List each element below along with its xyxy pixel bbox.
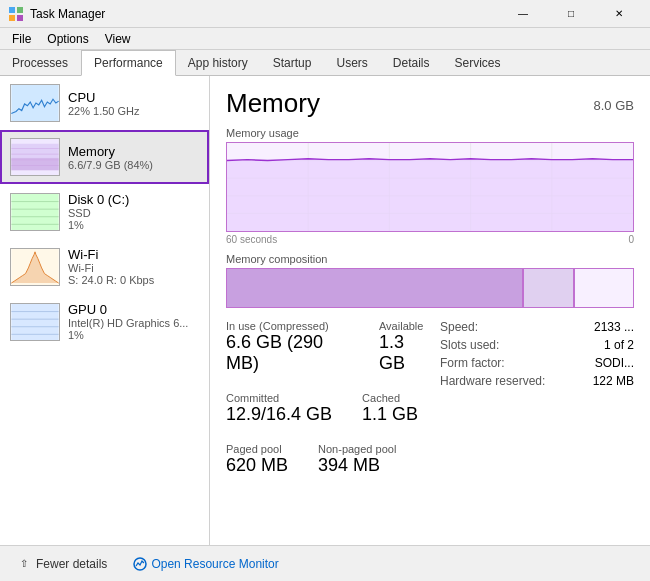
wifi-detail2: S: 24.0 R: 0 Kbps	[68, 274, 199, 286]
resource-monitor-link[interactable]: Open Resource Monitor	[133, 557, 278, 571]
cpu-name: CPU	[68, 90, 199, 105]
gpu-info: GPU 0 Intel(R) HD Graphics 6... 1%	[68, 302, 199, 341]
reserved-value: 122 MB	[593, 374, 634, 388]
stats-right: Speed: 2133 ... Slots used: 1 of 2 Form …	[430, 320, 634, 486]
gpu-name: GPU 0	[68, 302, 199, 317]
svg-rect-12	[11, 194, 58, 230]
detail-total: 8.0 GB	[594, 88, 634, 113]
tab-services[interactable]: Services	[443, 50, 514, 75]
chart-time-labels: 60 seconds 0	[226, 234, 634, 245]
stat-row-1: In use (Compressed) 6.6 GB (290 MB) Avai…	[226, 320, 430, 384]
memory-usage-chart	[226, 142, 634, 232]
minimize-button[interactable]: —	[500, 4, 546, 24]
right-stat-slots: Slots used: 1 of 2	[440, 338, 634, 352]
memory-name: Memory	[68, 144, 199, 159]
tab-processes[interactable]: Processes	[0, 50, 81, 75]
disk-thumbnail	[10, 193, 60, 231]
right-stat-form: Form factor: SODI...	[440, 356, 634, 370]
tab-startup[interactable]: Startup	[261, 50, 325, 75]
svg-rect-18	[11, 304, 58, 340]
cpu-info: CPU 22% 1.50 GHz	[68, 90, 199, 117]
stat-in-use: In use (Compressed) 6.6 GB (290 MB)	[226, 320, 349, 374]
stat-paged: Paged pool 620 MB	[226, 443, 288, 476]
menu-bar: File Options View	[0, 28, 650, 50]
tabs-bar: Processes Performance App history Startu…	[0, 50, 650, 76]
resource-monitor-label: Open Resource Monitor	[151, 557, 278, 571]
paged-label: Paged pool	[226, 443, 288, 455]
gpu-detail1: Intel(R) HD Graphics 6...	[68, 317, 199, 329]
title-bar-controls: — □ ✕	[500, 4, 642, 24]
sidebar-item-gpu[interactable]: GPU 0 Intel(R) HD Graphics 6... 1%	[0, 294, 209, 349]
fewer-details-label: Fewer details	[36, 557, 107, 571]
window-title: Task Manager	[30, 7, 105, 21]
disk-detail2: 1%	[68, 219, 199, 231]
sidebar-item-cpu[interactable]: CPU 22% 1.50 GHz	[0, 76, 209, 130]
cpu-thumbnail	[10, 84, 60, 122]
detail-header: Memory 8.0 GB	[226, 88, 634, 119]
tab-details[interactable]: Details	[381, 50, 443, 75]
nonpaged-value: 394 MB	[318, 455, 396, 476]
wifi-info: Wi-Fi Wi-Fi S: 24.0 R: 0 Kbps	[68, 247, 199, 286]
detail-panel: Memory 8.0 GB Memory usage 7.9 GB	[210, 76, 650, 545]
title-bar-left: Task Manager	[8, 6, 105, 22]
gpu-detail2: 1%	[68, 329, 199, 341]
wifi-name: Wi-Fi	[68, 247, 199, 262]
cpu-detail: 22% 1.50 GHz	[68, 105, 199, 117]
available-value: 1.3 GB	[379, 332, 430, 374]
cached-value: 1.1 GB	[362, 404, 418, 425]
in-use-value: 6.6 GB (290 MB)	[226, 332, 349, 374]
wifi-detail1: Wi-Fi	[68, 262, 199, 274]
stat-row-3: Paged pool 620 MB Non-paged pool 394 MB	[226, 443, 430, 486]
speed-label: Speed:	[440, 320, 478, 334]
stats-left: In use (Compressed) 6.6 GB (290 MB) Avai…	[226, 320, 430, 486]
sidebar-item-memory[interactable]: Memory 6.6/7.9 GB (84%)	[0, 130, 209, 184]
tab-apphistory[interactable]: App history	[176, 50, 261, 75]
menu-options[interactable]: Options	[39, 28, 96, 50]
memory-composition-chart	[226, 268, 634, 308]
chevron-up-icon: ⇧	[18, 558, 30, 570]
svg-rect-1	[17, 7, 23, 13]
resource-monitor-icon	[133, 557, 147, 571]
stat-nonpaged: Non-paged pool 394 MB	[318, 443, 396, 476]
sidebar: CPU 22% 1.50 GHz Memory 6.6/7.9 GB (8	[0, 76, 210, 545]
wifi-thumbnail	[10, 248, 60, 286]
svg-rect-11	[11, 158, 58, 170]
svg-marker-31	[227, 159, 633, 231]
taskmanager-icon	[8, 6, 24, 22]
close-button[interactable]: ✕	[596, 4, 642, 24]
stat-cached: Cached 1.1 GB	[362, 392, 418, 425]
svg-rect-0	[9, 7, 15, 13]
available-label: Available	[379, 320, 430, 332]
detail-title: Memory	[226, 88, 320, 119]
sidebar-item-disk[interactable]: Disk 0 (C:) SSD 1%	[0, 184, 209, 239]
sidebar-item-wifi[interactable]: Wi-Fi Wi-Fi S: 24.0 R: 0 Kbps	[0, 239, 209, 294]
right-stat-speed: Speed: 2133 ...	[440, 320, 634, 334]
gpu-thumbnail	[10, 303, 60, 341]
comp-cached	[524, 269, 573, 307]
stat-committed: Committed 12.9/16.4 GB	[226, 392, 332, 425]
stat-available: Available 1.3 GB	[379, 320, 430, 374]
slots-value: 1 of 2	[604, 338, 634, 352]
svg-rect-3	[17, 15, 23, 21]
form-value: SODI...	[595, 356, 634, 370]
memory-detail: 6.6/7.9 GB (84%)	[68, 159, 199, 171]
menu-file[interactable]: File	[4, 28, 39, 50]
slots-label: Slots used:	[440, 338, 499, 352]
disk-detail1: SSD	[68, 207, 199, 219]
tab-performance[interactable]: Performance	[81, 50, 176, 76]
usage-chart-container: 7.9 GB	[226, 142, 634, 232]
maximize-button[interactable]: □	[548, 4, 594, 24]
menu-view[interactable]: View	[97, 28, 139, 50]
main-content: CPU 22% 1.50 GHz Memory 6.6/7.9 GB (8	[0, 76, 650, 545]
title-bar: Task Manager — □ ✕	[0, 0, 650, 28]
comp-available	[575, 269, 633, 307]
tab-users[interactable]: Users	[324, 50, 380, 75]
nonpaged-label: Non-paged pool	[318, 443, 396, 455]
disk-name: Disk 0 (C:)	[68, 192, 199, 207]
fewer-details-button[interactable]: ⇧ Fewer details	[12, 553, 113, 575]
svg-rect-2	[9, 15, 15, 21]
committed-label: Committed	[226, 392, 332, 404]
svg-rect-4	[11, 85, 58, 121]
chart-time-start: 60 seconds	[226, 234, 277, 245]
memory-thumbnail	[10, 138, 60, 176]
